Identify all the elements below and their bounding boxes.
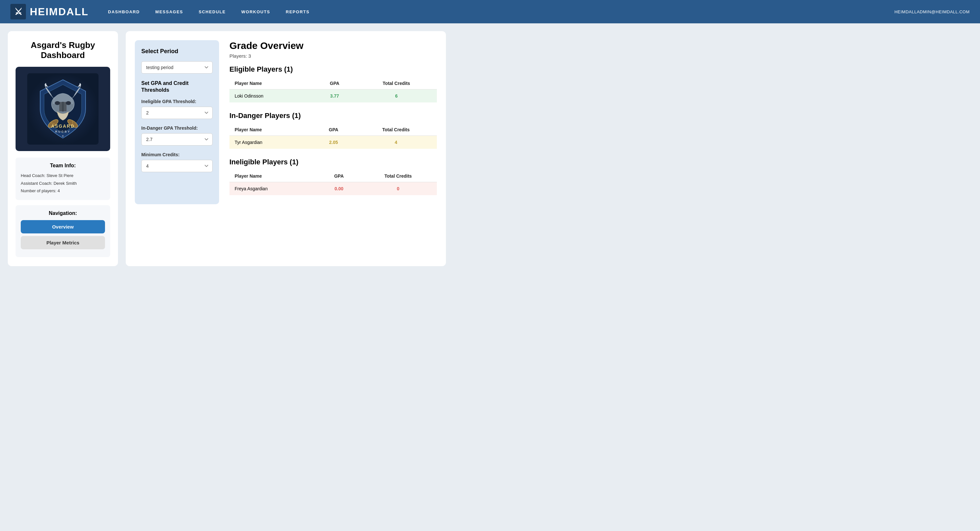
- eligible-col-credits: Total Credits: [356, 78, 437, 89]
- ineligible-name-0: Freya Asgardian: [229, 182, 318, 196]
- sidebar: Asgard's Rugby Dashboard: [8, 31, 118, 266]
- indanger-section-title: In-Danger Players (1): [229, 112, 437, 120]
- nav-section-title: Navigation:: [21, 210, 105, 216]
- nav-messages[interactable]: MESSAGES: [155, 10, 183, 14]
- indanger-col-name: Player Name: [229, 124, 312, 136]
- team-info-title: Team Info:: [21, 163, 105, 169]
- content-area: Select Period testing period Fall 2024 S…: [126, 31, 446, 266]
- period-control-group: testing period Fall 2024 Spring 2024: [141, 61, 213, 73]
- eligible-col-name: Player Name: [229, 78, 313, 89]
- svg-point-11: [66, 101, 71, 105]
- svg-rect-9: [62, 102, 64, 112]
- ineligible-gpa-0: 0.00: [318, 182, 360, 196]
- players-count: Players: 3: [229, 53, 437, 59]
- nav-schedule[interactable]: SCHEDULE: [199, 10, 226, 14]
- ineligible-credits-0: 0: [360, 182, 437, 196]
- logo-area: ⚔ HEIMDALL: [10, 4, 89, 19]
- indanger-row-0: Tyr Asgardian 2.05 4: [229, 136, 437, 149]
- ineligible-col-credits: Total Credits: [360, 170, 437, 182]
- eligible-gpa-0: 3.77: [313, 89, 356, 103]
- period-select[interactable]: testing period Fall 2024 Spring 2024: [141, 61, 213, 73]
- indanger-credits-0: 4: [355, 136, 437, 149]
- indanger-name-0: Tyr Asgardian: [229, 136, 312, 149]
- ineligible-gpa-select[interactable]: 1 2 2.5 3: [141, 107, 213, 119]
- team-info-section: Team Info: Head Coach: Steve St Piere As…: [16, 158, 110, 200]
- select-period-title: Select Period: [141, 48, 213, 55]
- num-players-text: Number of players: 4: [21, 187, 105, 195]
- nav-dashboard[interactable]: DASHBOARD: [108, 10, 140, 14]
- eligible-row-0: Loki Odinsson 3.77 6: [229, 89, 437, 103]
- indanger-col-credits: Total Credits: [355, 124, 437, 136]
- svg-text:⚔: ⚔: [14, 7, 22, 17]
- thresholds-title: Set GPA and Credit Thresholds: [141, 80, 213, 94]
- nav-player-metrics-button[interactable]: Player Metrics: [21, 236, 105, 249]
- user-email: HEIMDALLADMIN@HEIMDALL.COM: [894, 10, 970, 14]
- ineligible-section-title: Ineligible Players (1): [229, 158, 437, 166]
- eligible-table: Player Name GPA Total Credits Loki Odins…: [229, 78, 437, 102]
- indanger-col-gpa: GPA: [312, 124, 355, 136]
- nav-section: Navigation: Overview Player Metrics: [16, 205, 110, 257]
- eligible-credits-0: 6: [356, 89, 437, 103]
- min-credits-select[interactable]: 3 4 6 9 12: [141, 160, 213, 172]
- sidebar-title: Asgard's Rugby Dashboard: [16, 40, 110, 60]
- eligible-name-0: Loki Odinsson: [229, 89, 313, 103]
- ineligible-col-name: Player Name: [229, 170, 318, 182]
- heimdall-logo-icon: ⚔: [10, 4, 26, 19]
- svg-text:ASGARD: ASGARD: [51, 123, 75, 129]
- grade-overview-title: Grade Overview: [229, 40, 437, 51]
- ineligible-row-0: Freya Asgardian 0.00 0: [229, 182, 437, 196]
- min-credits-label: Minimum Credits:: [141, 152, 213, 157]
- ineligible-table: Player Name GPA Total Credits Freya Asga…: [229, 170, 437, 195]
- eligible-col-gpa: GPA: [313, 78, 356, 89]
- main-nav: DASHBOARD MESSAGES SCHEDULE WORKOUTS REP…: [108, 10, 970, 14]
- indanger-gpa-group: In-Danger GPA Threshold: 2.0 2.5 2.7 3.0: [141, 126, 213, 145]
- indanger-gpa-0: 2.05: [312, 136, 355, 149]
- ineligible-gpa-group: Ineligible GPA Threshold: 1 2 2.5 3: [141, 99, 213, 119]
- nav-overview-button[interactable]: Overview: [21, 220, 105, 233]
- min-credits-group: Minimum Credits: 3 4 6 9 12: [141, 152, 213, 172]
- svg-text:RUGBY: RUGBY: [55, 130, 71, 133]
- logo-text: HEIMDALL: [30, 6, 89, 18]
- grade-panel: Grade Overview Players: 3 Eligible Playe…: [229, 40, 437, 204]
- team-logo: ASGARD RUGBY X: [16, 67, 110, 151]
- assistant-coach-text: Assistant Coach: Derek Smith: [21, 180, 105, 187]
- svg-point-10: [55, 101, 60, 105]
- nav-reports[interactable]: REPORTS: [286, 10, 310, 14]
- eligible-section-title: Eligible Players (1): [229, 65, 437, 73]
- nav-workouts[interactable]: WORKOUTS: [242, 10, 270, 14]
- ineligible-col-gpa: GPA: [318, 170, 360, 182]
- indanger-gpa-label: In-Danger GPA Threshold:: [141, 126, 213, 131]
- head-coach-text: Head Coach: Steve St Piere: [21, 172, 105, 179]
- svg-text:X: X: [62, 134, 64, 137]
- indanger-gpa-select[interactable]: 2.0 2.5 2.7 3.0: [141, 133, 213, 145]
- controls-panel: Select Period testing period Fall 2024 S…: [135, 40, 219, 204]
- indanger-table: Player Name GPA Total Credits Tyr Asgard…: [229, 124, 437, 149]
- ineligible-gpa-label: Ineligible GPA Threshold:: [141, 99, 213, 104]
